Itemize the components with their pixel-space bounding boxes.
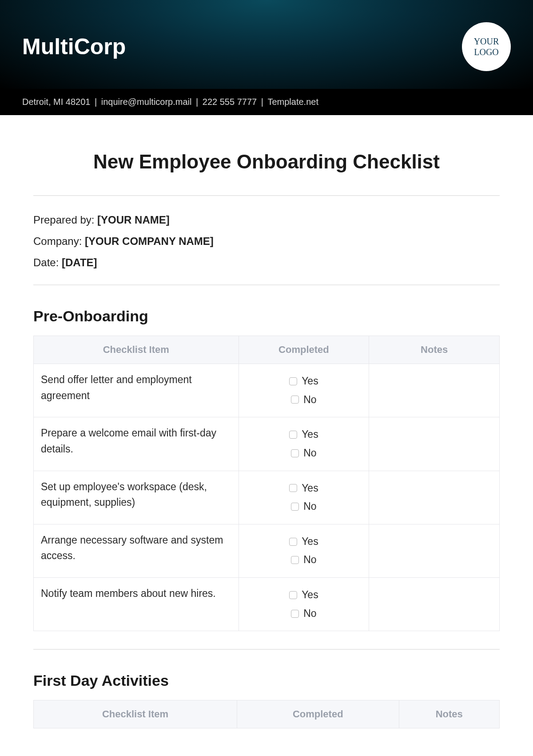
col-header-completed: Completed xyxy=(237,700,399,728)
section-heading-pre-onboarding: Pre-Onboarding xyxy=(33,308,500,325)
checkbox-yes[interactable] xyxy=(289,484,297,492)
completed-cell: Yes No xyxy=(239,578,369,631)
contact-bar: Detroit, MI 48201 | inquire@multicorp.ma… xyxy=(0,89,533,115)
completed-cell: Yes No xyxy=(239,364,369,417)
notes-cell[interactable] xyxy=(369,364,500,417)
meta-prepared-by: Prepared by: [YOUR NAME] xyxy=(33,214,500,226)
notes-cell[interactable] xyxy=(369,578,500,631)
meta-company: Company: [YOUR COMPANY NAME] xyxy=(33,235,500,248)
completed-cell: Yes No xyxy=(239,471,369,524)
checkbox-no[interactable] xyxy=(291,449,299,457)
col-header-completed: Completed xyxy=(239,336,369,364)
table-row: Notify team members about new hires. Yes… xyxy=(34,578,500,631)
checklist-item-text: Prepare a welcome email with first-day d… xyxy=(34,417,239,471)
divider xyxy=(33,284,500,285)
contact-email: inquire@multicorp.mail xyxy=(101,97,192,107)
completed-cell: Yes No xyxy=(239,417,369,471)
contact-site: Template.net xyxy=(267,97,318,107)
notes-cell[interactable] xyxy=(369,471,500,524)
contact-phone: 222 555 7777 xyxy=(203,97,257,107)
checkbox-no[interactable] xyxy=(291,396,299,404)
checklist-item-text: Set up employee's workspace (desk, equip… xyxy=(34,471,239,524)
table-row: Prepare a welcome email with first-day d… xyxy=(34,417,500,471)
checkbox-yes[interactable] xyxy=(289,377,297,385)
document-body: New Employee Onboarding Checklist Prepar… xyxy=(0,115,533,756)
checklist-item-text: Arrange necessary software and system ac… xyxy=(34,524,239,577)
col-header-item: Checklist Item xyxy=(34,700,237,728)
col-header-notes: Notes xyxy=(369,336,500,364)
col-header-notes: Notes xyxy=(399,700,499,728)
divider xyxy=(33,195,500,196)
checklist-table-first-day: Checklist Item Completed Notes xyxy=(33,700,500,728)
header-banner: MultiCorp YOUR LOGO xyxy=(0,0,533,89)
table-row: Arrange necessary software and system ac… xyxy=(34,524,500,577)
checkbox-yes[interactable] xyxy=(289,431,297,439)
checklist-table-pre-onboarding: Checklist Item Completed Notes Send offe… xyxy=(33,336,500,631)
checklist-item-text: Notify team members about new hires. xyxy=(34,578,239,631)
checkbox-no[interactable] xyxy=(291,556,299,564)
completed-cell: Yes No xyxy=(239,524,369,577)
checkbox-no[interactable] xyxy=(291,503,299,511)
divider xyxy=(33,649,500,650)
company-name: MultiCorp xyxy=(22,34,126,60)
checkbox-yes[interactable] xyxy=(289,591,297,599)
col-header-item: Checklist Item xyxy=(34,336,239,364)
checklist-item-text: Send offer letter and employment agreeme… xyxy=(34,364,239,417)
checkbox-no[interactable] xyxy=(291,610,299,618)
checkbox-yes[interactable] xyxy=(289,538,297,546)
notes-cell[interactable] xyxy=(369,417,500,471)
meta-block: Prepared by: [YOUR NAME] Company: [YOUR … xyxy=(33,214,500,269)
section-heading-first-day: First Day Activities xyxy=(33,672,500,689)
notes-cell[interactable] xyxy=(369,524,500,577)
table-row: Send offer letter and employment agreeme… xyxy=(34,364,500,417)
table-row: Set up employee's workspace (desk, equip… xyxy=(34,471,500,524)
contact-address: Detroit, MI 48201 xyxy=(22,97,90,107)
logo-placeholder: YOUR LOGO xyxy=(462,22,511,71)
document-title: New Employee Onboarding Checklist xyxy=(33,151,500,173)
meta-date: Date: [DATE] xyxy=(33,256,500,269)
